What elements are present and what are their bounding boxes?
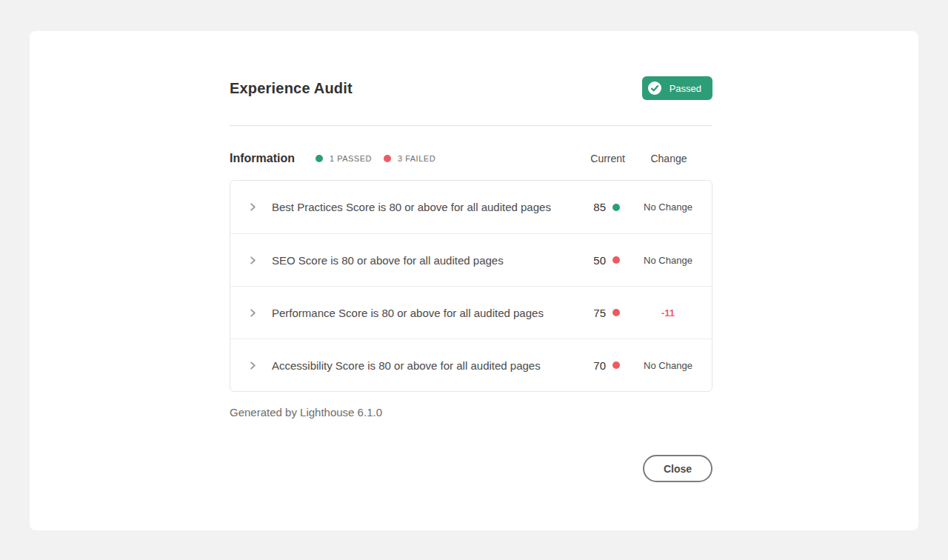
passed-summary-label: 1 PASSED xyxy=(330,154,372,163)
audit-row[interactable]: Accessibility Score is 80 or above for a… xyxy=(230,339,712,391)
status-badge-label: Passed xyxy=(670,83,701,94)
column-header-current: Current xyxy=(566,153,625,164)
audit-change-value: No Change xyxy=(624,360,712,371)
section-heading: Information xyxy=(230,152,295,165)
audit-row[interactable]: SEO Score is 80 or above for all audited… xyxy=(230,233,712,286)
audit-current-cell: 70 xyxy=(565,359,624,372)
section-header-row: Information 1 PASSED 3 FAILED Current Ch… xyxy=(230,149,712,168)
audit-current-value: 85 xyxy=(593,201,606,213)
page-title: Experience Audit xyxy=(230,80,353,97)
status-badge: Passed xyxy=(642,76,712,100)
audit-label: Performance Score is 80 or above for all… xyxy=(272,307,565,319)
close-button[interactable]: Close xyxy=(643,455,712,482)
column-header-change: Change xyxy=(625,153,712,164)
audit-current-value: 75 xyxy=(593,307,606,319)
chevron-right-icon[interactable] xyxy=(248,256,258,265)
checkmark-circle-icon xyxy=(648,81,661,95)
failed-summary-label: 3 FAILED xyxy=(398,154,435,163)
chevron-right-icon[interactable] xyxy=(248,308,258,318)
audit-table: Best Practices Score is 80 or above for … xyxy=(230,180,712,392)
audit-change-value: -11 xyxy=(624,307,712,319)
audit-current-value: 50 xyxy=(593,254,606,267)
chevron-right-icon[interactable] xyxy=(248,361,258,370)
passed-dot-icon xyxy=(316,155,323,162)
audit-change-value: No Change xyxy=(624,255,712,266)
header-divider xyxy=(230,125,712,126)
audit-current-cell: 50 xyxy=(565,254,624,267)
column-headers: Current Change xyxy=(566,153,712,164)
audit-row[interactable]: Performance Score is 80 or above for all… xyxy=(230,286,712,339)
failed-summary: 3 FAILED xyxy=(384,154,435,163)
experience-audit-dialog: Experience Audit Passed Information 1 PA… xyxy=(30,31,918,530)
audit-label: Best Practices Score is 80 or above for … xyxy=(272,201,565,213)
chevron-right-icon[interactable] xyxy=(248,202,258,212)
status-dot-icon xyxy=(612,309,620,316)
audit-current-cell: 85 xyxy=(565,201,624,213)
status-dot-icon xyxy=(612,204,620,211)
dialog-header: Experience Audit Passed xyxy=(230,76,712,101)
audit-change-value: No Change xyxy=(624,201,712,213)
status-dot-icon xyxy=(612,361,620,369)
audit-current-cell: 75 xyxy=(565,307,624,319)
audit-label: SEO Score is 80 or above for all audited… xyxy=(272,254,565,267)
passed-summary: 1 PASSED xyxy=(316,154,372,163)
audit-current-value: 70 xyxy=(593,359,606,372)
audit-label: Accessibility Score is 80 or above for a… xyxy=(272,359,565,372)
footer-note: Generated by Lighthouse 6.1.0 xyxy=(230,406,712,419)
dialog-content: Experience Audit Passed Information 1 PA… xyxy=(230,76,712,482)
failed-dot-icon xyxy=(384,155,391,162)
status-dot-icon xyxy=(612,256,620,264)
dialog-actions: Close xyxy=(230,455,712,482)
audit-row[interactable]: Best Practices Score is 80 or above for … xyxy=(230,181,712,233)
